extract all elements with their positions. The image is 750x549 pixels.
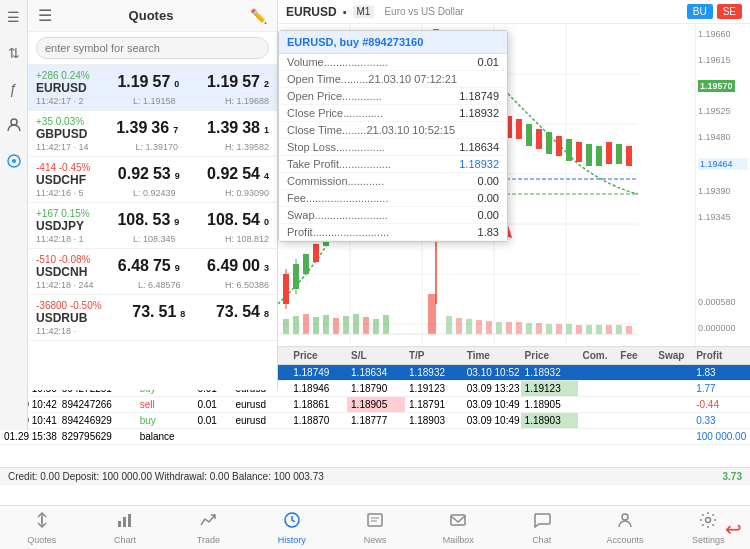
svg-rect-93	[118, 521, 121, 527]
chart-sell-btn[interactable]: SE	[717, 4, 742, 19]
nav-chart[interactable]: Chart	[83, 511, 166, 545]
trade-popup: EURUSD, buy #894273160 Volume...........…	[278, 30, 508, 242]
popup-label-commission: Commission............	[287, 175, 384, 187]
sidebar-icon-menu[interactable]: ☰	[3, 6, 25, 28]
chart-timeframe-badge: M1	[353, 5, 375, 18]
quotes-header-actions: ✏️	[250, 8, 267, 24]
search-input[interactable]	[36, 37, 269, 59]
quote-bid-large: 57	[153, 73, 171, 91]
td-close-time: 03.09 10:49	[463, 397, 521, 412]
quote-item[interactable]: -36800 -0.50% USDRUB 73. 518 73. 548 11:…	[28, 295, 277, 341]
popup-value-tp: 1.18932	[459, 158, 499, 170]
popup-row-open-price: Open Price............. 1.18749	[279, 88, 507, 105]
td-swap	[654, 387, 692, 391]
nav-accounts[interactable]: Accounts	[583, 511, 666, 545]
nav-news-icon	[366, 511, 384, 533]
quote-bottom: 11:42:17 · 14 L: 1.39170 H: 1.39582	[36, 142, 269, 152]
svg-rect-95	[128, 514, 131, 527]
quote-time: 11:42:17 · 2	[36, 96, 84, 106]
td-symbol: eurusd	[231, 413, 289, 428]
td-comm	[578, 435, 616, 439]
nav-history[interactable]: History	[250, 511, 333, 545]
nav-trade[interactable]: Trade	[167, 511, 250, 545]
sidebar-icon-chart-active[interactable]	[3, 150, 25, 172]
chart-buy-btn[interactable]: BU	[687, 4, 713, 19]
nav-mailbox[interactable]: Mailbox	[417, 511, 500, 545]
td-close-price: 1.18905	[521, 397, 579, 412]
svg-rect-65	[383, 315, 389, 334]
svg-rect-49	[596, 146, 602, 166]
td-swap	[654, 371, 692, 375]
td-sl: 1.18634	[347, 365, 405, 380]
td-price: 1.18749	[289, 365, 347, 380]
credit-info: Credit: 0.00 Deposit: 100 000.00 Withdra…	[8, 471, 324, 482]
table-row[interactable]: 01.29 15:38 829795629 balance 100 000.00	[0, 429, 750, 445]
quote-item[interactable]: -510 -0.08% USDCNH 6.48 759 6.49 003 11:…	[28, 249, 277, 295]
sidebar-icon-function[interactable]: ƒ	[3, 78, 25, 100]
nav-chat[interactable]: Chat	[500, 511, 583, 545]
quote-low: L: 6.48576	[138, 280, 181, 290]
svg-rect-50	[606, 142, 612, 164]
quote-bottom: 11:42:18 · 244 L: 6.48576 H: 6.50386	[36, 280, 269, 290]
quotes-edit-icon[interactable]: ✏️	[250, 8, 267, 24]
quote-item[interactable]: +286 0.24% EURUSD 1.19 570 1.19 572 11:4…	[28, 65, 277, 111]
quote-item[interactable]: -414 -0.45% USDCHF 0.92 539 0.92 544 11:…	[28, 157, 277, 203]
svg-rect-62	[353, 314, 359, 334]
nav-news[interactable]: News	[333, 511, 416, 545]
svg-rect-79	[566, 324, 572, 334]
table-row[interactable]: 03.09 10:42 894247266 sell 0.01 eurusd 1…	[0, 397, 750, 413]
popup-label-open-price: Open Price.............	[287, 90, 382, 102]
quote-bid-main: 108.	[117, 212, 148, 228]
popup-row-fee: Fee........................... 0.00	[279, 190, 507, 207]
sidebar-icon-quotes[interactable]: ⇅	[3, 42, 25, 64]
popup-label-volume: Volume.....................	[287, 56, 388, 68]
td-volume	[193, 435, 231, 439]
quote-time: 11:42:18 · 244	[36, 280, 94, 290]
svg-rect-74	[516, 322, 522, 334]
quote-ask-prices: 6.49 003	[207, 257, 269, 275]
nav-quotes[interactable]: Quotes	[0, 511, 83, 545]
trade-popup-header: EURUSD, buy #894273160	[279, 31, 507, 54]
td-comm	[578, 371, 616, 375]
svg-rect-43	[536, 129, 542, 149]
svg-point-101	[622, 514, 628, 520]
td-fee	[616, 419, 654, 423]
svg-rect-73	[506, 322, 512, 334]
price-label-1: 1.19660	[698, 29, 748, 39]
td-volume: 0.01	[193, 397, 231, 412]
quote-item[interactable]: +35 0.03% GBPUSD 1.39 367 1.39 381 11:42…	[28, 111, 277, 157]
td-price: 1.18946	[289, 381, 347, 396]
td-ticket: 894246929	[58, 413, 136, 428]
svg-rect-44	[546, 132, 552, 154]
nav-chart-label: Chart	[114, 535, 136, 545]
credit-bar: Credit: 0.00 Deposit: 100 000.00 Withdra…	[0, 467, 750, 485]
quote-symbol: USDRUB	[36, 311, 87, 325]
quote-item[interactable]: +167 0.15% USDJPY 108. 539 108. 540 11:4…	[28, 203, 277, 249]
nav-arrow: ↩	[725, 517, 742, 541]
quotes-menu-icon[interactable]: ☰	[38, 6, 52, 25]
popup-label-sl: Stop Loss................	[287, 141, 385, 153]
td-tp: 1.19123	[405, 381, 463, 396]
table-row[interactable]: 03.09 10:41 894246929 buy 0.01 eurusd 1.…	[0, 413, 750, 429]
quote-symbol: EURUSD	[36, 81, 87, 95]
sidebar-icon-user[interactable]	[3, 114, 25, 136]
quote-bid-prices: 1.39 367	[116, 119, 178, 137]
nav-settings-icon	[699, 511, 717, 533]
td-type: buy	[136, 413, 194, 428]
nav-chat-label: Chat	[532, 535, 551, 545]
svg-rect-46	[566, 139, 572, 161]
svg-rect-19	[313, 244, 319, 262]
nav-history-label: History	[278, 535, 306, 545]
quote-bid-super: 9	[175, 171, 180, 181]
td-close-price: 1.18903	[521, 413, 579, 428]
td-profit: 100 000.00	[692, 429, 750, 444]
svg-rect-94	[123, 517, 126, 527]
th-close-price: Price	[521, 347, 579, 364]
td-tp: 1.18791	[405, 397, 463, 412]
td-profit: 0.33	[692, 413, 750, 428]
td-fee	[616, 435, 654, 439]
popup-label-tp: Take Profit.................	[287, 158, 391, 170]
td-time: 01.29 15:38	[0, 429, 58, 444]
nav-accounts-label: Accounts	[606, 535, 643, 545]
quote-low: L: 108.345	[133, 234, 176, 244]
